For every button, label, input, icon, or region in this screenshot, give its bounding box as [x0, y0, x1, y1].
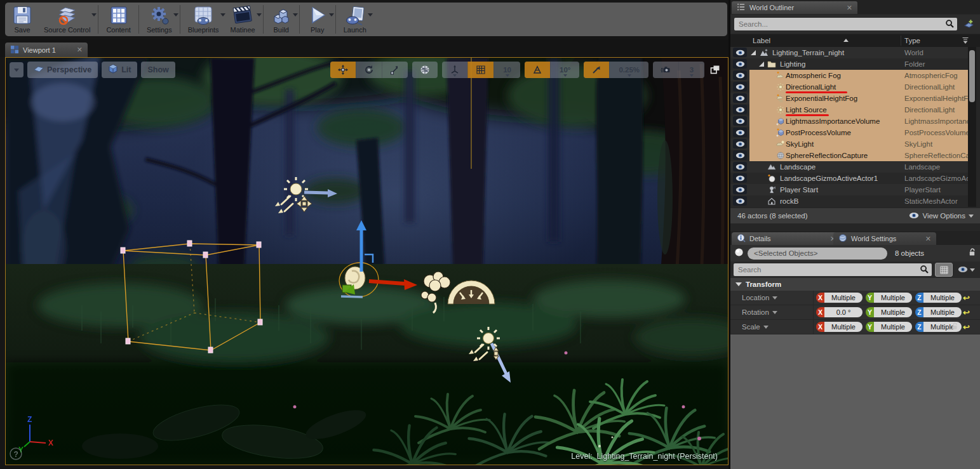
outliner-row-directionallight[interactable]: DirectionalLightDirectionalLight — [730, 81, 968, 93]
scrollbar-thumb[interactable] — [969, 50, 975, 102]
matinee-button[interactable]: Matinee — [225, 3, 261, 36]
outliner-row-landscapegizmoactiveactor1[interactable]: LandscapeGizmoActiveActor1LandscapeGizmo… — [730, 173, 968, 184]
rotation-z-field[interactable]: ZMultiple — [915, 307, 962, 317]
visibility-eye-icon[interactable] — [733, 196, 747, 206]
source-control-button[interactable]: Source Control — [38, 3, 96, 36]
reset-to-default-icon[interactable]: ↩ — [963, 293, 970, 303]
axis-value[interactable]: Multiple — [874, 293, 912, 303]
outliner-scrollbar[interactable] — [968, 47, 976, 207]
axis-value[interactable]: Multiple — [923, 293, 962, 303]
dropdown-caret-icon[interactable] — [329, 13, 334, 17]
visibility-eye-icon[interactable] — [733, 48, 747, 57]
blueprints-button[interactable]: Blueprints — [182, 3, 225, 36]
move-tool-button[interactable] — [330, 62, 356, 78]
reset-to-default-icon[interactable]: ↩ — [963, 322, 970, 332]
outliner-search-input[interactable] — [734, 18, 957, 30]
grid-snap-toggle[interactable] — [467, 62, 493, 78]
tab-world-settings[interactable]: World Settings ✕ — [833, 232, 936, 245]
dropdown-caret-icon[interactable] — [293, 13, 298, 17]
visibility-eye-icon[interactable] — [733, 162, 747, 171]
actor-label[interactable]: Player Start — [780, 186, 818, 194]
sort-ascending-icon[interactable] — [843, 39, 849, 42]
outliner-row-lighting[interactable]: LightingFolder — [730, 58, 968, 70]
rotation-snap-value-button[interactable]: 10° — [550, 62, 579, 78]
outliner-row-lightmassimportancevolume[interactable]: LightmassImportanceVolumeLightmassImport… — [730, 116, 968, 127]
tab-details[interactable]: Details ✕ — [732, 232, 841, 245]
visibility-eye-icon[interactable] — [733, 185, 747, 194]
visibility-eye-icon[interactable] — [733, 150, 747, 160]
visibility-eye-icon[interactable] — [733, 139, 747, 149]
dropdown-caret-icon[interactable] — [368, 13, 373, 17]
rotation-property-label[interactable]: Rotation — [742, 308, 777, 316]
scale-tool-button[interactable] — [382, 62, 408, 78]
axis-value[interactable]: Multiple — [824, 322, 863, 332]
outliner-row-rockb[interactable]: rockBStaticMeshActor — [730, 195, 968, 207]
world-local-space-button[interactable] — [412, 62, 438, 78]
actor-label[interactable]: Light Source — [786, 106, 827, 114]
actor-label[interactable]: rockB — [780, 197, 798, 205]
location-x-field[interactable]: XMultiple — [816, 293, 863, 303]
transform-section-header[interactable]: Transform — [730, 278, 980, 291]
actor-label[interactable]: SphereReflectionCapture — [786, 152, 868, 159]
content-button[interactable]: Content — [100, 3, 137, 36]
selected-objects-dropdown[interactable]: <Selected Objects> — [748, 248, 887, 260]
axis-value[interactable]: Multiple — [874, 322, 912, 332]
rotate-tool-button[interactable] — [356, 62, 382, 78]
visibility-eye-icon[interactable] — [733, 128, 747, 137]
actor-label[interactable]: Lighting — [780, 60, 805, 68]
dropdown-caret-icon[interactable] — [173, 13, 178, 17]
settings-button[interactable]: Settings — [141, 3, 178, 36]
actor-label[interactable]: LandscapeGizmoActiveActor1 — [780, 175, 878, 182]
outliner-row-player-start[interactable]: Player StartPlayerStart — [730, 184, 968, 195]
viewport-options-button[interactable] — [10, 62, 23, 77]
save-button[interactable]: Save — [6, 3, 38, 36]
outliner-row-exponentialheightfog[interactable]: ExponentialHeightFogExponentialHeightFog — [730, 93, 968, 104]
camera-speed-value-button[interactable]: 3 — [678, 62, 704, 78]
type-column-header[interactable]: Type — [904, 37, 920, 44]
dropdown-caret-icon[interactable] — [91, 13, 97, 17]
label-column-header[interactable]: Label — [753, 37, 770, 44]
visibility-eye-icon[interactable] — [733, 70, 747, 80]
scale-x-field[interactable]: XMultiple — [816, 322, 863, 332]
outliner-row-atmospheric-fog[interactable]: Atmospheric FogAtmosphericFog — [730, 70, 968, 81]
rotation-x-field[interactable]: X0.0 ° — [816, 307, 863, 317]
scale-snap-toggle[interactable] — [584, 62, 609, 78]
build-button[interactable]: Build — [265, 3, 297, 36]
visibility-eye-icon[interactable] — [733, 93, 747, 103]
perspective-button[interactable]: Perspective — [27, 62, 98, 78]
visibility-eye-icon[interactable] — [733, 105, 747, 114]
view-options-button[interactable]: View Options — [909, 212, 974, 220]
show-menu-button[interactable]: Show — [141, 62, 175, 78]
axis-value[interactable]: 0.0 ° — [824, 307, 863, 317]
outliner-row-skylight[interactable]: SkyLightSkyLight — [730, 138, 968, 150]
rotation-y-field[interactable]: YMultiple — [866, 307, 912, 317]
axis-value[interactable]: Multiple — [874, 307, 912, 317]
scale-y-field[interactable]: YMultiple — [866, 322, 912, 332]
actor-label[interactable]: DirectionalLight — [786, 83, 836, 91]
close-icon[interactable]: ✕ — [847, 4, 852, 12]
actor-label[interactable]: Lighting_Terrain_night — [772, 49, 844, 56]
lock-icon[interactable] — [951, 322, 958, 332]
close-icon[interactable]: ✕ — [77, 46, 83, 54]
launch-button[interactable]: Launch — [338, 3, 372, 36]
lock-icon[interactable] — [968, 248, 976, 260]
visibility-eye-icon[interactable] — [733, 116, 747, 126]
camera-speed-button[interactable] — [653, 62, 678, 78]
visibility-eye-icon[interactable] — [733, 59, 747, 69]
location-y-field[interactable]: YMultiple — [866, 293, 912, 303]
reset-to-default-icon[interactable]: ↩ — [963, 308, 970, 317]
visibility-eye-icon[interactable] — [733, 82, 747, 91]
visibility-eye-icon[interactable] — [733, 173, 747, 183]
actor-label[interactable]: LightmassImportanceVolume — [786, 117, 880, 125]
add-actor-button[interactable] — [960, 17, 976, 31]
outliner-row-lighting-terrain-night[interactable]: Lighting_Terrain_nightWorld — [730, 47, 968, 58]
expander-icon[interactable] — [759, 62, 764, 67]
viewport-3d[interactable]: Z X Y ? Perspective Lit — [5, 57, 728, 465]
outliner-row-spherereflectioncapture[interactable]: SphereReflectionCaptureSphereReflectionC… — [730, 150, 968, 161]
scale-property-label[interactable]: Scale — [742, 323, 769, 331]
outliner-row-postprocessvolume[interactable]: PostProcessVolumePostProcessVolume — [730, 127, 968, 138]
details-view-options-button[interactable] — [956, 264, 977, 275]
lit-mode-button[interactable]: Lit — [102, 62, 137, 78]
play-button[interactable]: Play — [302, 3, 333, 36]
axis-value[interactable]: Multiple — [923, 307, 962, 317]
